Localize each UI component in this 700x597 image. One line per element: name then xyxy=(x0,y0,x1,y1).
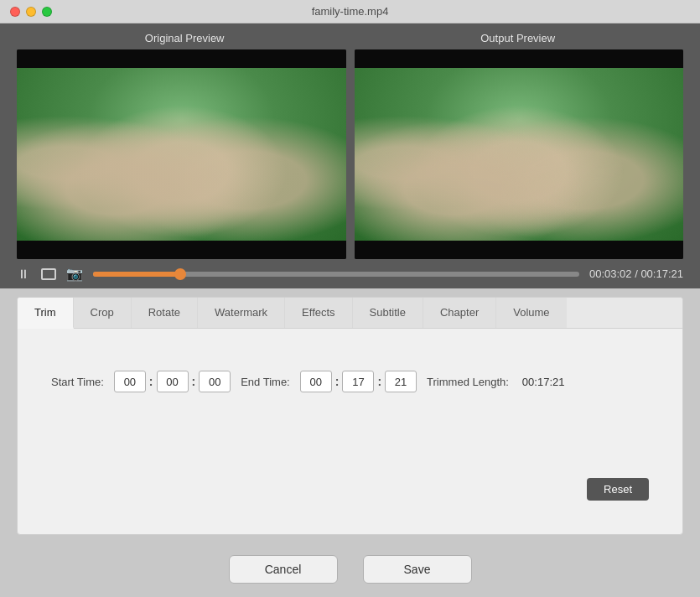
close-button[interactable] xyxy=(10,7,20,17)
tab-chapter[interactable]: Chapter xyxy=(423,298,496,328)
time-display: 00:03:02 / 00:17:21 xyxy=(589,267,683,280)
preview-videos xyxy=(17,49,683,259)
progress-fill xyxy=(93,272,180,277)
trimmed-length-value: 00:17:21 xyxy=(522,376,565,388)
original-video-content xyxy=(17,68,346,241)
cancel-button[interactable]: Cancel xyxy=(229,555,338,584)
screenshot-button[interactable]: 📷 xyxy=(66,266,83,282)
original-video-panel xyxy=(17,49,346,259)
pause-button[interactable]: ⏸ xyxy=(17,267,31,281)
original-preview-label: Original Preview xyxy=(145,32,225,44)
preview-labels: Original Preview Output Preview xyxy=(17,32,683,49)
output-preview-label: Output Preview xyxy=(480,32,555,44)
end-hour-input[interactable] xyxy=(300,371,332,392)
tab-watermark[interactable]: Watermark xyxy=(198,298,285,328)
end-time-label: End Time: xyxy=(241,376,290,388)
tab-subtitle[interactable]: Subtitle xyxy=(353,298,423,328)
trim-tab-content: Start Time: : : End Time: : : xyxy=(18,329,682,534)
tab-crop[interactable]: Crop xyxy=(74,298,132,328)
sep4: : xyxy=(377,375,381,388)
end-min-input[interactable] xyxy=(342,371,374,392)
sep1: : xyxy=(149,375,153,388)
editor-area: Trim Crop Rotate Watermark Effects Subti… xyxy=(17,297,683,535)
tab-volume[interactable]: Volume xyxy=(496,298,566,328)
video-top-bar xyxy=(17,49,346,68)
tab-effects[interactable]: Effects xyxy=(285,298,353,328)
output-video-panel xyxy=(355,49,684,259)
tab-rotate[interactable]: Rotate xyxy=(132,298,198,328)
main-container: Original Preview Output Preview xyxy=(0,23,700,597)
frame-button[interactable] xyxy=(41,268,56,280)
video-bottom-bar-out xyxy=(355,241,684,259)
window-controls xyxy=(10,7,52,17)
end-sec-input[interactable] xyxy=(385,371,417,392)
trimmed-length-label: Trimmed Length: xyxy=(427,376,509,388)
sep3: : xyxy=(335,375,340,388)
window-title: family-time.mp4 xyxy=(312,5,389,18)
start-time-label: Start Time: xyxy=(51,376,104,388)
start-hour-input[interactable] xyxy=(114,371,146,392)
bottom-buttons: Cancel Save xyxy=(0,543,700,597)
time-controls: Start Time: : : End Time: : : xyxy=(51,371,649,392)
maximize-button[interactable] xyxy=(42,7,52,17)
family-overlay xyxy=(17,68,346,241)
progress-bar[interactable] xyxy=(93,272,579,277)
titlebar: family-time.mp4 xyxy=(0,0,700,23)
reset-row: Reset xyxy=(51,478,649,509)
end-time-fields: : : xyxy=(300,371,417,392)
minimize-button[interactable] xyxy=(26,7,36,17)
video-top-bar-out xyxy=(355,49,684,68)
progress-thumb[interactable] xyxy=(174,268,186,280)
start-sec-input[interactable] xyxy=(199,371,231,392)
family-overlay-out xyxy=(355,68,684,241)
output-photo xyxy=(355,68,684,241)
controls-bar: ⏸ 📷 00:03:02 / 00:17:21 xyxy=(0,259,700,288)
start-min-input[interactable] xyxy=(157,371,189,392)
start-time-fields: : : xyxy=(114,371,231,392)
tabs-row: Trim Crop Rotate Watermark Effects Subti… xyxy=(18,298,682,329)
video-bottom-bar xyxy=(17,241,346,259)
output-video-content xyxy=(355,68,684,241)
preview-area: Original Preview Output Preview xyxy=(0,23,700,259)
reset-button[interactable]: Reset xyxy=(587,478,649,501)
sep2: : xyxy=(192,375,196,388)
tab-trim[interactable]: Trim xyxy=(18,298,74,329)
save-button[interactable]: Save xyxy=(363,555,472,584)
original-photo xyxy=(17,68,346,241)
rect-icon xyxy=(41,268,56,280)
